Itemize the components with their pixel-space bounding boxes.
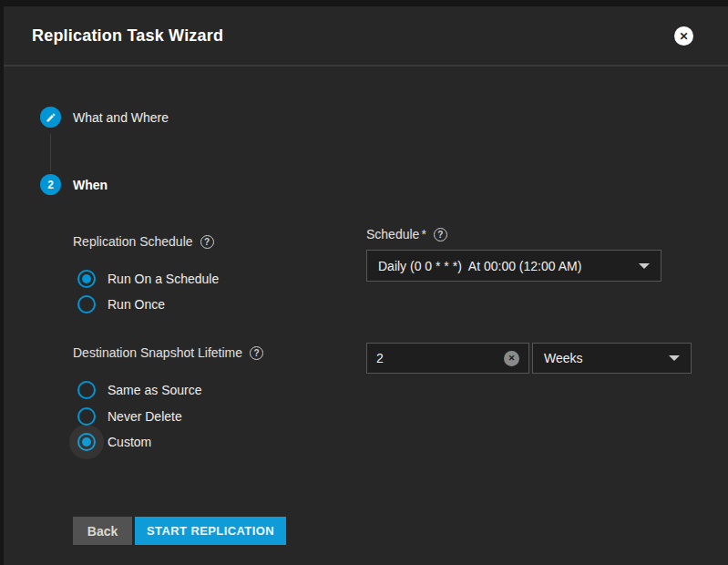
step-1-indicator [40, 107, 61, 128]
step-2-label: When [73, 178, 108, 192]
radio-same-as-source[interactable]: Same as Source [77, 381, 202, 399]
radio-button-icon [77, 433, 96, 451]
step-1-label: What and Where [73, 110, 169, 125]
radio-button-icon [77, 270, 96, 288]
help-icon[interactable]: ? [434, 228, 447, 241]
lifetime-value-input[interactable]: 2 ✕ [366, 343, 529, 374]
chevron-down-icon [639, 263, 650, 269]
radio-button-icon [77, 295, 96, 313]
radio-button-icon [77, 381, 96, 399]
radio-run-once-label: Run Once [108, 297, 165, 312]
schedule-field-label: Schedule* ? [366, 227, 447, 241]
chevron-down-icon [669, 355, 680, 361]
replication-schedule-label: Replication Schedule ? [73, 234, 214, 249]
schedule-select-value: Daily (0 0 * * *) At 00:00 (12:00 AM) [378, 259, 631, 273]
radio-button-icon [77, 407, 96, 426]
radio-run-on-a-schedule-label: Run On a Schedule [108, 272, 219, 286]
lifetime-unit-value: Weeks [544, 351, 661, 365]
step-2-indicator: 2 [40, 174, 61, 195]
replication-schedule-label-text: Replication Schedule [73, 234, 193, 249]
destination-snapshot-lifetime-label-text: Destination Snapshot Lifetime [73, 345, 242, 360]
dialog-title: Replication Task Wizard [32, 26, 223, 46]
header-divider [4, 65, 728, 67]
start-replication-button[interactable]: START REPLICATION [135, 517, 286, 545]
radio-same-as-source-label: Same as Source [108, 383, 202, 397]
step-when[interactable]: 2 When [40, 174, 108, 195]
dialog-header: Replication Task Wizard ✕ [4, 6, 728, 66]
radio-run-once[interactable]: Run Once [77, 295, 165, 313]
clear-icon: ✕ [508, 354, 516, 363]
radio-never-delete[interactable]: Never Delete [77, 407, 182, 426]
clear-input-button[interactable]: ✕ [504, 351, 519, 366]
required-asterisk: * [421, 227, 426, 241]
radio-run-on-a-schedule[interactable]: Run On a Schedule [77, 270, 219, 288]
radio-never-delete-label: Never Delete [108, 409, 182, 424]
schedule-field-label-text: Schedule* [366, 227, 426, 241]
close-button[interactable]: ✕ [674, 26, 693, 46]
destination-snapshot-lifetime-label: Destination Snapshot Lifetime ? [73, 345, 263, 360]
replication-task-wizard-dialog: Replication Task Wizard ✕ What and Where… [4, 6, 728, 565]
lifetime-value: 2 [376, 351, 504, 365]
step-connector-line [50, 134, 51, 171]
lifetime-unit-select[interactable]: Weeks [532, 343, 692, 374]
pencil-icon [46, 112, 56, 123]
schedule-select[interactable]: Daily (0 0 * * *) At 00:00 (12:00 AM) [366, 250, 661, 282]
back-button[interactable]: Back [73, 517, 132, 545]
step-2-number: 2 [47, 179, 54, 191]
step-what-and-where[interactable]: What and Where [40, 107, 169, 128]
help-icon[interactable]: ? [200, 235, 214, 249]
radio-custom[interactable]: Custom [77, 433, 151, 451]
help-icon[interactable]: ? [250, 346, 263, 360]
radio-custom-label: Custom [108, 435, 151, 449]
close-icon: ✕ [679, 30, 688, 43]
